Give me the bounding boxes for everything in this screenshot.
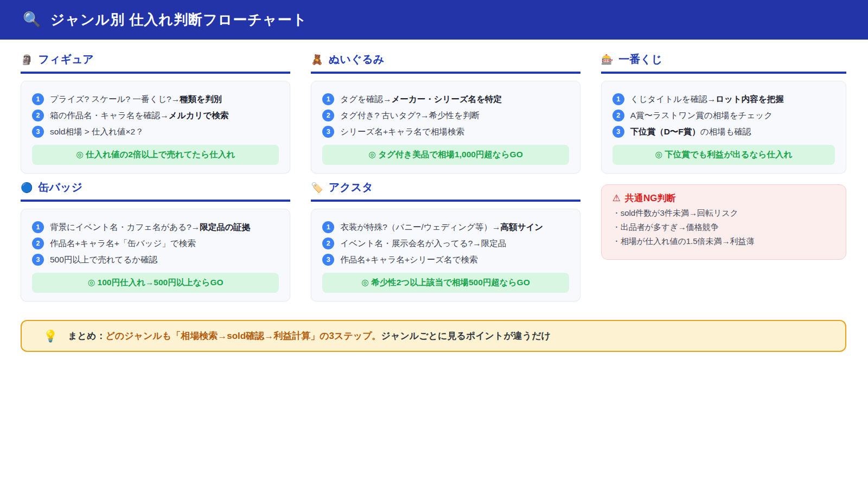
- search-icon: 🔍: [23, 12, 41, 27]
- verdict-banner: ◎ 100円仕入れ→500円以上ならGO: [32, 273, 279, 293]
- step-number-badge: 2: [32, 237, 44, 249]
- step-text: 下位賞（D〜F賞）の相場も確認: [630, 126, 751, 138]
- flowchart-grid: 🗿 フィギュア 1 プライズ? スケール? 一番くじ?→種類を判別 2 箱の作品…: [0, 40, 868, 301]
- verdict-banner: ◎ タグ付き美品で相場1,000円超ならGO: [322, 145, 569, 165]
- step-text: 箱の作品名・キャラ名を確認→メルカリで検索: [50, 110, 228, 121]
- genre-section: 🏷️ アクスタ 1 衣装が特殊?（バニー/ウェディング等）→高額サイン 2 イベ…: [311, 180, 580, 301]
- step-text-bold: ロット内容を把握: [716, 94, 783, 104]
- genre-section: 🔵 缶バッジ 1 背景にイベント名・カフェ名がある?→限定品の証拠 2 作品名+…: [21, 180, 290, 301]
- step-text: タグ付き? 古いタグ?→希少性を判断: [340, 110, 480, 121]
- step-text-plain: イベント名・展示会名が入ってる?→限定品: [340, 239, 506, 248]
- step-number-badge: 2: [32, 110, 44, 121]
- step-row: 3 シリーズ名+キャラ名で相場検索: [322, 126, 569, 138]
- step-text-plain: タグ付き? 古いタグ?→希少性を判断: [340, 111, 480, 120]
- verdict-banner: ◎ 下位賞でも利益が出るなら仕入れ: [612, 145, 835, 165]
- step-text-plain: 衣装が特殊?（バニー/ウェディング等）→: [340, 222, 500, 232]
- ng-item: ・出品者が多すぎ→価格競争: [612, 222, 835, 233]
- ng-title-label: 共通NG判断: [625, 192, 676, 204]
- step-text-bold: 下位賞（D〜F賞）: [630, 127, 700, 136]
- genre-icon: 🗿: [21, 55, 33, 65]
- step-text-plain: シリーズ名+キャラ名で相場検索: [340, 127, 464, 136]
- genre-title-label: 一番くじ: [618, 52, 662, 67]
- step-row: 3 sold相場 > 仕入れ値×2？: [32, 126, 279, 138]
- step-row: 2 A賞〜ラストワン賞の相場をチェック: [612, 110, 835, 121]
- column-right: 🎰 一番くじ 1 くじタイトルを確認→ロット内容を把握 2 A賞〜ラストワン賞の…: [601, 52, 846, 260]
- genre-title-label: アクスタ: [329, 180, 373, 195]
- bulb-icon: 💡: [43, 330, 58, 342]
- step-text: 作品名+キャラ名+シリーズ名で検索: [340, 254, 477, 266]
- column-left: 🗿 フィギュア 1 プライズ? スケール? 一番くじ?→種類を判別 2 箱の作品…: [21, 52, 290, 301]
- step-text: タグを確認→メーカー・シリーズ名を特定: [340, 94, 502, 105]
- summary-highlight: どのジャンルも「相場検索→sold確認→利益計算」の3ステップ。: [105, 331, 381, 341]
- genre-section: 🎰 一番くじ 1 くじタイトルを確認→ロット内容を把握 2 A賞〜ラストワン賞の…: [601, 52, 846, 174]
- step-number-badge: 1: [32, 93, 44, 105]
- step-list: 1 タグを確認→メーカー・シリーズ名を特定 2 タグ付き? 古いタグ?→希少性を…: [322, 93, 569, 138]
- step-text-bold: メーカー・シリーズ名を特定: [391, 94, 502, 104]
- ng-item: ・sold件数が3件未満→回転リスク: [612, 208, 835, 219]
- step-text: 背景にイベント名・カフェ名がある?→限定品の証拠: [50, 222, 251, 233]
- step-text: sold相場 > 仕入れ値×2？: [50, 126, 144, 138]
- step-text: プライズ? スケール? 一番くじ?→種類を判別: [50, 94, 222, 105]
- genre-card: 1 くじタイトルを確認→ロット内容を把握 2 A賞〜ラストワン賞の相場をチェック…: [601, 81, 846, 174]
- step-number-badge: 3: [322, 254, 334, 266]
- step-text-plain: 作品名+キャラ名+シリーズ名で検索: [340, 255, 477, 264]
- step-text-plain: くじタイトルを確認→: [630, 94, 716, 104]
- step-row: 1 タグを確認→メーカー・シリーズ名を特定: [322, 93, 569, 105]
- step-text: くじタイトルを確認→ロット内容を把握: [630, 94, 784, 105]
- genre-title: 🗿 フィギュア: [21, 52, 290, 74]
- genre-card: 1 背景にイベント名・カフェ名がある?→限定品の証拠 2 作品名+キャラ名+「缶…: [21, 209, 290, 301]
- genre-icon: 🔵: [21, 183, 33, 192]
- step-text: 作品名+キャラ名+「缶バッジ」で検索: [50, 238, 196, 249]
- genre-title: 🎰 一番くじ: [601, 52, 846, 74]
- ng-title: ⚠ 共通NG判断: [612, 192, 835, 204]
- step-text-plain: sold相場 > 仕入れ値×2？: [50, 127, 144, 136]
- genre-title: 🧸 ぬいぐるみ: [311, 52, 580, 74]
- step-number-badge: 1: [32, 221, 44, 233]
- genre-title-label: ぬいぐるみ: [329, 52, 384, 67]
- genre-title: 🔵 缶バッジ: [21, 180, 290, 202]
- step-number-badge: 1: [322, 93, 334, 105]
- step-number-badge: 2: [322, 237, 334, 249]
- step-text-plain: A賞〜ラストワン賞の相場をチェック: [630, 111, 773, 120]
- warning-icon: ⚠: [612, 194, 621, 203]
- step-row: 1 衣装が特殊?（バニー/ウェディング等）→高額サイン: [322, 221, 569, 233]
- step-number-badge: 3: [322, 126, 334, 138]
- step-text-plain: プライズ? スケール? 一番くじ?→: [50, 94, 180, 104]
- summary-text: まとめ：どのジャンルも「相場検索→sold確認→利益計算」の3ステップ。ジャンル…: [68, 330, 551, 342]
- step-list: 1 くじタイトルを確認→ロット内容を把握 2 A賞〜ラストワン賞の相場をチェック…: [612, 93, 835, 138]
- genre-title-label: 缶バッジ: [38, 180, 82, 195]
- step-text-bold: 高額サイン: [501, 222, 544, 232]
- step-row: 1 背景にイベント名・カフェ名がある?→限定品の証拠: [32, 221, 279, 233]
- step-row: 1 くじタイトルを確認→ロット内容を把握: [612, 93, 835, 105]
- summary-rest: ジャンルごとに見るポイントが違うだけ: [381, 331, 551, 341]
- step-text: A賞〜ラストワン賞の相場をチェック: [630, 110, 773, 121]
- genre-section: 🗿 フィギュア 1 プライズ? スケール? 一番くじ?→種類を判別 2 箱の作品…: [21, 52, 290, 174]
- step-number-badge: 1: [612, 93, 624, 105]
- step-text-plain: 500円以上で売れてるか確認: [50, 255, 157, 264]
- step-row: 3 下位賞（D〜F賞）の相場も確認: [612, 126, 835, 138]
- step-list: 1 プライズ? スケール? 一番くじ?→種類を判別 2 箱の作品名・キャラ名を確…: [32, 93, 279, 138]
- column-middle: 🧸 ぬいぐるみ 1 タグを確認→メーカー・シリーズ名を特定 2 タグ付き? 古い…: [311, 52, 580, 301]
- step-text: シリーズ名+キャラ名で相場検索: [340, 126, 464, 138]
- step-number-badge: 2: [322, 110, 334, 121]
- genre-title: 🏷️ アクスタ: [311, 180, 580, 202]
- genre-icon: 🧸: [311, 55, 323, 65]
- app-header: 🔍 ジャンル別 仕入れ判断フローチャート: [0, 0, 868, 40]
- genre-icon: 🎰: [601, 55, 613, 65]
- summary-label: まとめ：: [68, 331, 105, 341]
- page-title: ジャンル別 仕入れ判断フローチャート: [50, 10, 307, 29]
- genre-icon: 🏷️: [311, 183, 323, 192]
- step-row: 2 イベント名・展示会名が入ってる?→限定品: [322, 237, 569, 249]
- step-text-bold: 限定品の証拠: [200, 222, 250, 232]
- step-text-plain: タグを確認→: [340, 94, 391, 104]
- step-text-plain: 作品名+キャラ名+「缶バッジ」で検索: [50, 239, 196, 248]
- genre-title-label: フィギュア: [38, 52, 93, 67]
- step-list: 1 衣装が特殊?（バニー/ウェディング等）→高額サイン 2 イベント名・展示会名…: [322, 221, 569, 266]
- step-text-bold: メルカリで検索: [169, 111, 228, 120]
- step-text: イベント名・展示会名が入ってる?→限定品: [340, 238, 506, 249]
- verdict-banner: ◎ 希少性2つ以上該当で相場500円超ならGO: [322, 273, 569, 293]
- step-text-bold: 種類を判別: [180, 94, 222, 104]
- genre-card: 1 衣装が特殊?（バニー/ウェディング等）→高額サイン 2 イベント名・展示会名…: [311, 209, 580, 301]
- ng-panel: ⚠ 共通NG判断 ・sold件数が3件未満→回転リスク・出品者が多すぎ→価格競争…: [601, 184, 846, 260]
- genre-section: 🧸 ぬいぐるみ 1 タグを確認→メーカー・シリーズ名を特定 2 タグ付き? 古い…: [311, 52, 580, 174]
